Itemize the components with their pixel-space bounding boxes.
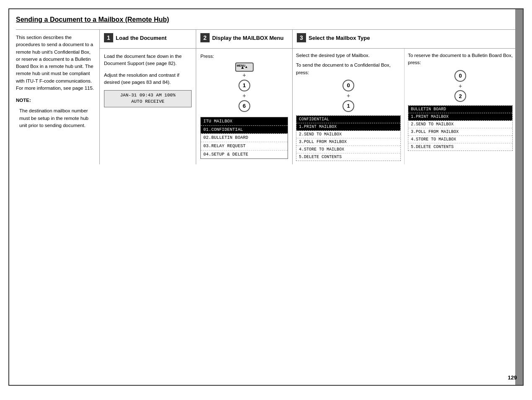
bull-item-2: 3.POLL FROM MAILBOX — [408, 128, 512, 136]
step3-right-plus: + — [459, 83, 462, 90]
step2-number: 2 — [200, 33, 210, 42]
step3-right-buttons: 0 + 2 — [408, 69, 513, 103]
side-stripe — [515, 9, 523, 385]
step3-body: Select the desired type of Mailbox. To s… — [293, 49, 516, 164]
steps-area: 1 Load the Document 2 Display the MAILBO… — [100, 30, 516, 164]
step3-left-desc2: To send the document to a Confidential B… — [296, 62, 401, 76]
bull-menu-header-text: BULLETIN BOARD — [411, 107, 446, 112]
bull-item-4-text: 5.DELETE CONTENTS — [411, 145, 454, 149]
step3-right-desc1: To reserve the document to a Bulletin Bo… — [408, 52, 513, 67]
sidebar-intro: This section describes the procedures to… — [16, 34, 95, 92]
menu-item-4: 04.SETUP & DELETE — [201, 151, 288, 158]
step3-right: To reserve the document to a Bulletin Bo… — [405, 49, 516, 164]
lcd-display: JAN-31 09:43 AM 100% AUTO RECEIVE — [104, 90, 192, 107]
step3-header: 3 Select the Mailbox Type — [297, 33, 512, 42]
step1-text1: Load the document face down in the Docum… — [104, 53, 192, 68]
menu-item-text-1: 01.CONFIDENTIAL — [203, 126, 243, 133]
step3-left: Select the desired type of Mailbox. To s… — [293, 49, 405, 164]
menu-item-text-4: 04.SETUP & DELETE — [203, 151, 248, 158]
step2-header: 2 Display the MAILBOX Menu — [200, 33, 288, 42]
bull-item-0: 1.PRINT MAILBOX — [408, 113, 512, 121]
step3-left-desc1: Select the desired type of Mailbox. — [296, 52, 401, 59]
main-content: This section describes the procedures to… — [16, 29, 516, 164]
step1-title: Load the Document — [116, 35, 166, 41]
step2-title: Display the MAILBOX Menu — [212, 35, 283, 41]
lcd-line2: AUTO RECEIVE — [108, 99, 188, 105]
step2-body: Press: MENU ▲ + 1 + 6 ITU M — [196, 49, 293, 164]
step1-number: 1 — [104, 33, 113, 42]
menu-item-2: 02.BULLETIN BOARD — [201, 134, 288, 142]
step3-btn-1: 1 — [343, 100, 354, 112]
bull-menu-header: BULLETIN BOARD — [408, 106, 512, 113]
bull-item-4: 5.DELETE CONTENTS — [408, 143, 512, 151]
step3-btn-0: 0 — [343, 80, 354, 91]
page-number: 129 — [508, 374, 517, 381]
step1-text2: Adjust the resolution and contrast if de… — [104, 72, 192, 86]
conf-item-0-text: 1.PRINT MAILBOX — [299, 125, 337, 129]
page-container: Sending a Document to a Mailbox (Remote … — [8, 8, 524, 386]
page-title: Sending a Document to a Mailbox (Remote … — [16, 16, 516, 23]
plus2: + — [242, 92, 246, 99]
step3-right-btn-0: 0 — [454, 70, 466, 82]
steps-header: 1 Load the Document 2 Display the MAILBO… — [100, 30, 516, 49]
conf-item-3: 4.STORE TO MAILBOX — [296, 146, 400, 153]
menu-item-1: 01.CONFIDENTIAL — [201, 126, 288, 134]
step3-plus: + — [347, 92, 350, 99]
conf-item-0: 1.PRINT MAILBOX — [296, 123, 400, 131]
note-text: The destination mailbox number must be s… — [19, 107, 95, 129]
confidential-menu: CONFIDENTIAL 1.PRINT MAILBOX 2.SEND TO M… — [296, 115, 401, 161]
steps-body: Load the document face down in the Docum… — [100, 49, 516, 164]
btn-circle-1: 1 — [239, 80, 250, 91]
mailbox-menu-display: ITU MAILBOX 01.CONFIDENTIAL 02.BULLETIN … — [200, 117, 288, 159]
plus1: + — [242, 72, 246, 79]
conf-item-4-text: 5.DELETE CONTENTS — [299, 155, 342, 159]
step1-header: 1 Load the Document — [104, 33, 192, 42]
step3-header-col: 3 Select the Mailbox Type — [293, 30, 516, 48]
button-sequence: MENU ▲ + 1 + 6 — [200, 62, 288, 113]
conf-item-3-text: 4.STORE TO MAILBOX — [299, 147, 344, 152]
menu-label: MENU — [237, 64, 246, 68]
menu-item-3: 03.RELAY REQUEST — [201, 142, 288, 151]
menu-item-text-3: 03.RELAY REQUEST — [203, 143, 246, 150]
step3-left-buttons: 0 + 1 — [296, 79, 401, 113]
step3-right-btn-2: 2 — [454, 90, 466, 102]
step2-header-col: 2 Display the MAILBOX Menu — [196, 30, 293, 48]
conf-item-2: 3.POLL FROM MAILBOX — [296, 138, 400, 146]
btn-circle-6: 6 — [239, 100, 250, 112]
step1-header-col: 1 Load the Document — [100, 30, 196, 48]
menu-button: MENU ▲ — [235, 62, 254, 72]
step3-number: 3 — [297, 33, 306, 42]
bull-item-2-text: 3.POLL FROM MAILBOX — [411, 130, 459, 134]
conf-menu-header-text: CONFIDENTIAL — [299, 117, 329, 122]
press-label: Press: — [200, 53, 288, 60]
bull-item-3: 4.STORE TO MAILBOX — [408, 136, 512, 143]
conf-item-4: 5.DELETE CONTENTS — [296, 153, 400, 161]
conf-item-1: 2.SEND TO MAILBOX — [296, 131, 400, 138]
bull-item-1: 2.SEND TO MAILBOX — [408, 121, 512, 128]
conf-item-2-text: 3.POLL FROM MAILBOX — [299, 140, 347, 144]
step3-title: Select the Mailbox Type — [309, 35, 370, 41]
bull-item-3-text: 4.STORE TO MAILBOX — [411, 137, 456, 142]
bull-item-0-text: 1.PRINT MAILBOX — [411, 114, 449, 119]
conf-menu-header: CONFIDENTIAL — [296, 116, 400, 123]
bulletin-menu: BULLETIN BOARD 1.PRINT MAILBOX 2.SEND TO… — [408, 105, 513, 151]
conf-item-1-text: 2.SEND TO MAILBOX — [299, 132, 342, 137]
note-label: NOTE: — [16, 97, 95, 104]
bull-item-1-text: 2.SEND TO MAILBOX — [411, 122, 454, 127]
menu-item-text-2: 02.BULLETIN BOARD — [203, 134, 248, 141]
sidebar: This section describes the procedures to… — [16, 30, 100, 164]
menu-item-0: ITU MAILBOX — [201, 117, 288, 126]
lcd-line1: JAN-31 09:43 AM 100% — [108, 92, 188, 99]
step1-body: Load the document face down in the Docum… — [100, 49, 196, 164]
menu-item-text-0: ITU MAILBOX — [203, 118, 232, 125]
